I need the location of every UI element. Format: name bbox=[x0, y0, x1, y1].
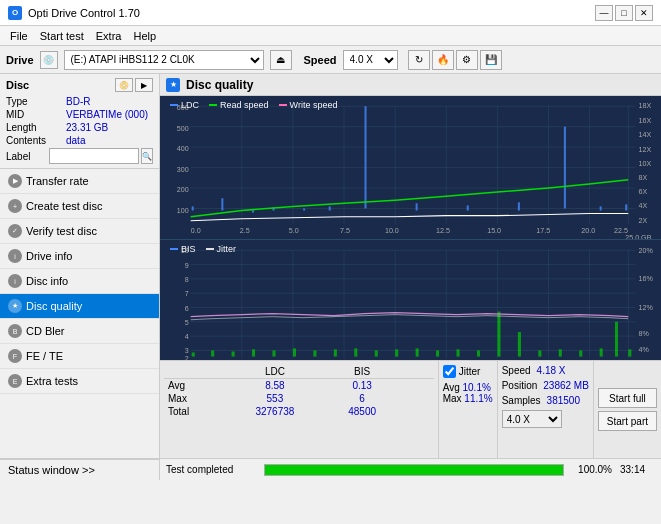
disc-title: Disc bbox=[6, 79, 29, 91]
svg-text:2: 2 bbox=[185, 355, 189, 360]
total-bis: 48500 bbox=[324, 405, 400, 418]
samples-val: 381500 bbox=[547, 395, 580, 406]
svg-text:10X: 10X bbox=[639, 160, 652, 168]
max-bis: 6 bbox=[324, 392, 400, 405]
max-jitter-val: 11.1% bbox=[464, 393, 492, 404]
svg-text:15.0: 15.0 bbox=[487, 227, 501, 235]
menubar: File Start test Extra Help bbox=[0, 26, 661, 46]
length-value: 23.31 GB bbox=[66, 122, 108, 133]
nav-verify-test-disc[interactable]: ✓ Verify test disc bbox=[0, 219, 159, 244]
svg-text:4: 4 bbox=[185, 333, 189, 341]
nav-label-transfer: Transfer rate bbox=[26, 175, 89, 187]
jitter-checkbox[interactable] bbox=[443, 365, 456, 378]
nav-drive-info[interactable]: i Drive info bbox=[0, 244, 159, 269]
position-label: Position bbox=[502, 380, 538, 391]
svg-text:300: 300 bbox=[177, 166, 189, 174]
svg-text:12%: 12% bbox=[639, 304, 654, 312]
minimize-button[interactable]: — bbox=[595, 5, 613, 21]
nav-icon-create: + bbox=[8, 199, 22, 213]
svg-text:6X: 6X bbox=[639, 188, 648, 196]
settings-button[interactable]: ⚙ bbox=[456, 50, 478, 70]
avg-ldc: 8.58 bbox=[225, 379, 324, 393]
svg-rect-104 bbox=[579, 351, 582, 357]
maximize-button[interactable]: □ bbox=[615, 5, 633, 21]
total-ldc: 3276738 bbox=[225, 405, 324, 418]
jitter-checkbox-row: Jitter bbox=[443, 365, 493, 378]
avg-jitter-label: Avg bbox=[443, 382, 463, 393]
disc-panel: Disc 📀 ▶ Type BD-R MID VERBATIMe (000) L… bbox=[0, 74, 159, 169]
label-action-btn[interactable]: 🔍 bbox=[141, 148, 153, 164]
svg-rect-41 bbox=[600, 206, 602, 210]
svg-rect-36 bbox=[364, 106, 366, 208]
avg-label: Avg bbox=[164, 379, 225, 393]
svg-text:10.0: 10.0 bbox=[385, 227, 399, 235]
svg-text:0.0: 0.0 bbox=[191, 227, 201, 235]
chart2-legend: BIS Jitter bbox=[170, 244, 236, 254]
status-window-label: Status window >> bbox=[8, 464, 95, 476]
legend-ldc: LDC bbox=[181, 100, 199, 110]
length-label: Length bbox=[6, 122, 66, 133]
type-value: BD-R bbox=[66, 96, 90, 107]
svg-text:2X: 2X bbox=[639, 217, 648, 225]
menu-extra[interactable]: Extra bbox=[90, 29, 128, 43]
start-part-button[interactable]: Start part bbox=[598, 411, 657, 431]
burn-button[interactable]: 🔥 bbox=[432, 50, 454, 70]
content-area: ★ Disc quality LDC Read speed Write spee… bbox=[160, 74, 661, 480]
svg-text:100: 100 bbox=[177, 207, 189, 215]
legend-read: Read speed bbox=[220, 100, 269, 110]
svg-text:12.5: 12.5 bbox=[436, 227, 450, 235]
refresh-button[interactable]: ↻ bbox=[408, 50, 430, 70]
nav-transfer-rate[interactable]: ▶ Transfer rate bbox=[0, 169, 159, 194]
type-label: Type bbox=[6, 96, 66, 107]
speed-select[interactable]: 4.0 X bbox=[343, 50, 398, 70]
nav-label-create: Create test disc bbox=[26, 200, 102, 212]
max-ldc: 553 bbox=[225, 392, 324, 405]
menu-help[interactable]: Help bbox=[127, 29, 162, 43]
drive-icon: 💿 bbox=[40, 51, 58, 69]
svg-rect-103 bbox=[559, 350, 562, 357]
nav-icon-bler: B bbox=[8, 324, 22, 338]
nav-icon-disc-info: i bbox=[8, 274, 22, 288]
jitter-section: Jitter Avg 10.1% Max 11.1% bbox=[438, 361, 497, 458]
svg-rect-102 bbox=[538, 351, 541, 357]
svg-text:16X: 16X bbox=[639, 117, 652, 125]
legend-write: Write speed bbox=[290, 100, 338, 110]
disc-icon-btn2[interactable]: ▶ bbox=[135, 78, 153, 92]
legend-bis: BIS bbox=[181, 244, 196, 254]
progress-bar-container: Test completed 100.0% 33:14 bbox=[160, 458, 661, 480]
eject-button[interactable]: ⏏ bbox=[270, 50, 292, 70]
nav-fe-te[interactable]: F FE / TE bbox=[0, 344, 159, 369]
mid-label: MID bbox=[6, 109, 66, 120]
menu-file[interactable]: File bbox=[4, 29, 34, 43]
svg-rect-86 bbox=[211, 351, 214, 357]
save-button[interactable]: 💾 bbox=[480, 50, 502, 70]
svg-rect-107 bbox=[628, 350, 631, 357]
nav-cd-bler[interactable]: B CD Bler bbox=[0, 319, 159, 344]
nav-label-fete: FE / TE bbox=[26, 350, 63, 362]
start-buttons: Start full Start part bbox=[593, 361, 661, 458]
col-ldc: LDC bbox=[225, 365, 324, 379]
svg-text:8: 8 bbox=[185, 276, 189, 284]
nav-label-bler: CD Bler bbox=[26, 325, 65, 337]
svg-text:6: 6 bbox=[185, 305, 189, 313]
col-bis: BIS bbox=[324, 365, 400, 379]
svg-text:5: 5 bbox=[185, 319, 189, 327]
close-button[interactable]: ✕ bbox=[635, 5, 653, 21]
max-jitter-label: Max bbox=[443, 393, 465, 404]
svg-rect-95 bbox=[395, 350, 398, 357]
svg-text:400: 400 bbox=[177, 145, 189, 153]
svg-rect-106 bbox=[615, 322, 618, 357]
label-input[interactable] bbox=[49, 148, 139, 164]
disc-icon-btn1[interactable]: 📀 bbox=[115, 78, 133, 92]
nav-label-quality: Disc quality bbox=[26, 300, 82, 312]
start-full-button[interactable]: Start full bbox=[598, 388, 657, 408]
nav-disc-info[interactable]: i Disc info bbox=[0, 269, 159, 294]
nav-disc-quality[interactable]: ★ Disc quality bbox=[0, 294, 159, 319]
nav-extra-tests[interactable]: E Extra tests bbox=[0, 369, 159, 394]
nav-icon-quality: ★ bbox=[8, 299, 22, 313]
speed-dropdown[interactable]: 4.0 X bbox=[502, 410, 562, 428]
drive-select[interactable]: (E:) ATAPI iHBS112 2 CL0K bbox=[64, 50, 264, 70]
nav-create-test-disc[interactable]: + Create test disc bbox=[0, 194, 159, 219]
status-window-button[interactable]: Status window >> bbox=[0, 459, 159, 480]
menu-start-test[interactable]: Start test bbox=[34, 29, 90, 43]
